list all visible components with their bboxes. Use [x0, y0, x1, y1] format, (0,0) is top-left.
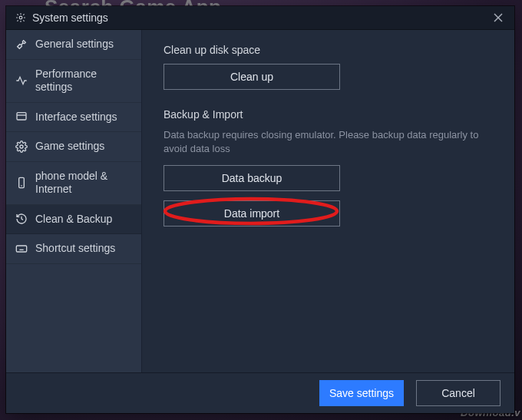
wrench-icon	[15, 38, 28, 51]
data-import-button-label: Data import	[224, 207, 279, 220]
cancel-button[interactable]: Cancel	[416, 380, 501, 406]
sidebar-item-label: Game settings	[35, 140, 132, 154]
sidebar-item-game-settings[interactable]: Game settings	[6, 132, 141, 162]
dialog-footer: Save settings Cancel	[6, 372, 514, 413]
clean-up-button-label: Clean up	[230, 71, 273, 83]
sidebar-item-performance-settings[interactable]: Performance settings	[6, 60, 141, 103]
clean-up-button[interactable]: Clean up	[164, 64, 340, 90]
sidebar-item-label: Interface settings	[35, 111, 132, 124]
data-backup-button[interactable]: Data backup	[164, 165, 340, 191]
keyboard-icon	[15, 243, 28, 255]
sidebar-item-general-settings[interactable]: General settings	[6, 30, 141, 60]
sidebar-item-label: phone model & Internet	[35, 170, 132, 197]
phone-icon	[15, 177, 28, 189]
window-title: System settings	[32, 12, 108, 24]
svg-rect-6	[19, 177, 25, 187]
sidebar-item-label: General settings	[35, 38, 132, 51]
history-icon	[15, 213, 28, 225]
data-backup-button-label: Data backup	[222, 172, 282, 184]
titlebar: System settings	[6, 6, 514, 30]
sidebar-item-clean-backup[interactable]: Clean & Backup	[6, 205, 141, 235]
svg-point-0	[19, 16, 22, 19]
performance-icon	[15, 74, 28, 87]
sidebar-item-shortcut-settings[interactable]: Shortcut settings	[6, 234, 141, 264]
system-settings-dialog: System settings General settings	[6, 6, 514, 413]
gear-icon	[15, 141, 28, 153]
data-import-button[interactable]: Data import	[164, 200, 340, 227]
svg-rect-3	[17, 113, 26, 120]
sidebar-item-interface-settings[interactable]: Interface settings	[6, 103, 141, 133]
sidebar-item-label: Shortcut settings	[35, 242, 132, 256]
save-settings-button-label: Save settings	[329, 387, 394, 399]
cancel-button-label: Cancel	[441, 387, 475, 399]
gear-icon	[15, 12, 26, 23]
sidebar-item-label: Performance settings	[35, 68, 132, 94]
backup-hint-text: Data backup requires closing emulator. P…	[164, 128, 486, 156]
svg-point-5	[20, 145, 23, 148]
save-settings-button[interactable]: Save settings	[319, 380, 404, 406]
svg-rect-8	[16, 246, 26, 252]
clean-section-title: Clean up disk space	[164, 44, 493, 56]
sidebar-item-phone-model-internet[interactable]: phone model & Internet	[6, 162, 141, 205]
interface-icon	[15, 111, 28, 123]
sidebar-item-label: Clean & Backup	[35, 213, 132, 227]
backup-section-title: Backup & Import	[164, 108, 493, 121]
content-panel: Clean up disk space Clean up Backup & Im…	[142, 30, 514, 372]
close-button[interactable]	[488, 9, 508, 26]
sidebar: General settings Performance settings	[6, 30, 142, 372]
dialog-body: General settings Performance settings	[6, 30, 514, 372]
